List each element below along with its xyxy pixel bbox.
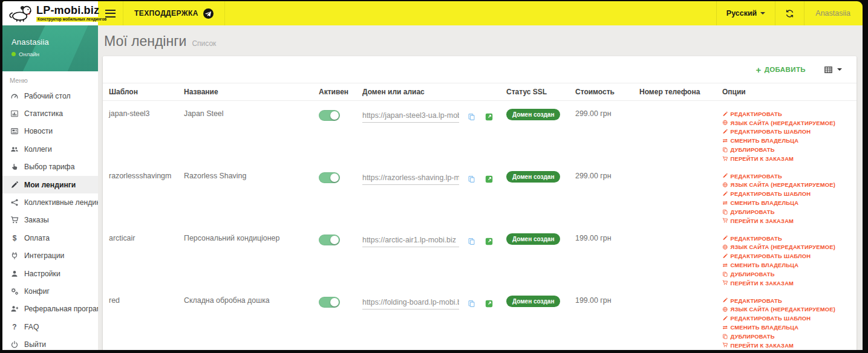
logo[interactable]: LP-mobi.biz Конструктор мобильных лендин… — [2, 1, 98, 25]
option-site-language[interactable]: ЯЗЫК САЙТА (НЕРЕДАКТИРУЕМОЕ) — [722, 243, 854, 252]
sidebar-item-collective-landings[interactable]: Коллективные лендинги — [2, 193, 98, 211]
external-link-icon[interactable] — [485, 300, 493, 308]
language-icon — [722, 244, 728, 250]
refresh-button[interactable] — [775, 1, 804, 25]
domain-input[interactable] — [362, 236, 459, 247]
option-edit[interactable]: РЕДАКТИРОВАТЬ — [722, 109, 854, 118]
option-edit[interactable]: РЕДАКТИРОВАТЬ — [722, 234, 854, 243]
external-link-icon[interactable] — [485, 175, 493, 183]
faq-icon: ? — [10, 323, 19, 331]
col-header-name: Название — [181, 83, 316, 101]
option-edit-template[interactable]: РЕДАКТИРОВАТЬ ШАБЛОН — [722, 251, 854, 261]
copy-icon[interactable] — [468, 300, 475, 308]
sidebar-item-statistics[interactable]: Статистика — [2, 105, 98, 122]
sidebar-item-payment[interactable]: $ Оплата — [2, 229, 98, 247]
option-edit-template[interactable]: РЕДАКТИРОВАТЬ ШАБЛОН — [722, 314, 854, 323]
copy-icon[interactable] — [468, 175, 475, 183]
sidebar-item-news[interactable]: Новости — [2, 123, 98, 140]
cell-price: 299.00 грн — [573, 163, 637, 225]
duplicate-icon — [722, 209, 728, 215]
table-header-row: Шаблон Название Активен Домен или алиас … — [103, 83, 857, 101]
active-toggle[interactable] — [319, 172, 340, 183]
my-landings-icon — [10, 181, 19, 189]
sidebar-item-integrations[interactable]: Интеграции — [2, 247, 98, 265]
sidebar-item-faq[interactable]: ? FAQ — [2, 318, 98, 335]
active-toggle[interactable] — [319, 235, 340, 245]
payment-icon: $ — [10, 234, 19, 242]
domain-input[interactable] — [362, 111, 459, 123]
option-change-owner[interactable]: СМЕНИТЬ ВЛАДЕЛЬЦА — [722, 261, 854, 270]
option-site-language[interactable]: ЯЗЫК САЙТА (НЕРЕДАКТИРУЕМОЕ) — [722, 181, 854, 190]
sidebar-item-tariff[interactable]: Выбор тарифа — [2, 158, 98, 176]
option-go-to-orders[interactable]: ПЕРЕЙТИ К ЗАКАЗАМ — [722, 279, 854, 288]
cell-phone — [637, 101, 720, 163]
domain-input[interactable] — [362, 173, 459, 185]
sidebar-item-dashboard[interactable]: Рабочий стол — [2, 87, 98, 105]
telegram-icon — [203, 8, 214, 19]
option-edit[interactable]: РЕДАКТИРОВАТЬ — [722, 172, 854, 181]
topbar: LP-mobi.biz Конструктор мобильных лендин… — [2, 1, 863, 25]
sidebar-item-logout[interactable]: Выйти — [2, 335, 98, 350]
view-mode-dropdown[interactable] — [824, 65, 842, 74]
main-content: Мої лендінги Список + ДОБАВИТЬ — [98, 25, 863, 350]
option-change-owner[interactable]: СМЕНИТЬ ВЛАДЕЛЬЦА — [722, 136, 854, 145]
sidebar-item-my-landings[interactable]: Мои лендинги — [2, 176, 98, 193]
option-change-owner[interactable]: СМЕНИТЬ ВЛАДЕЛЬЦА — [722, 323, 854, 332]
option-edit-template[interactable]: РЕДАКТИРОВАТЬ ШАБЛОН — [722, 189, 854, 198]
sidebar: Anastasiia Онлайн Меню Рабочий стол Стат… — [2, 25, 98, 350]
edit-icon — [722, 129, 728, 135]
cell-template: japan-steel3 — [103, 101, 181, 163]
table-row: red Складна обробна дошка Домен создан 1… — [103, 288, 857, 350]
language-dropdown[interactable]: Русский — [716, 1, 775, 25]
edit-icon — [722, 173, 728, 179]
cell-name: Персональний кондиціонер — [181, 225, 316, 288]
language-icon — [722, 182, 728, 188]
exchange-icon — [722, 200, 728, 206]
cell-name: Складна обробна дошка — [181, 288, 316, 350]
copy-icon[interactable] — [468, 238, 475, 245]
external-link-icon[interactable] — [485, 113, 493, 121]
logo-subtitle: Конструктор мобильных лендингов — [36, 17, 108, 22]
option-go-to-orders[interactable]: ПЕРЕЙТИ К ЗАКАЗАМ — [722, 154, 854, 163]
option-go-to-orders[interactable]: ПЕРЕЙТИ К ЗАКАЗАМ — [722, 341, 854, 350]
sidebar-item-config[interactable]: Конфиг — [2, 282, 98, 300]
cell-phone — [637, 288, 720, 350]
sidebar-item-colleagues[interactable]: Коллеги — [2, 140, 98, 158]
active-toggle[interactable] — [319, 297, 340, 308]
option-duplicate[interactable]: ДУБЛИРОВАТЬ — [722, 332, 854, 341]
sidebar-item-referral[interactable]: Реферальная программа — [2, 300, 98, 318]
sidebar-toggle-button[interactable] — [98, 1, 123, 25]
chevron-down-icon — [760, 12, 765, 15]
domain-input[interactable] — [362, 298, 459, 309]
edit-icon — [722, 297, 728, 303]
option-duplicate[interactable]: ДУБЛИРОВАТЬ — [722, 145, 854, 154]
option-go-to-orders[interactable]: ПЕРЕЙТИ К ЗАКАЗАМ — [722, 216, 854, 225]
add-landing-button[interactable]: + ДОБАВИТЬ — [755, 65, 806, 74]
dog-logo-icon — [7, 4, 34, 23]
app-window: LP-mobi.biz Конструктор мобильных лендин… — [0, 0, 868, 353]
option-edit[interactable]: РЕДАКТИРОВАТЬ — [722, 296, 854, 305]
option-edit-template[interactable]: РЕДАКТИРОВАТЬ ШАБЛОН — [722, 128, 854, 137]
online-status-dot — [11, 52, 16, 56]
cell-name: Razorless Shaving — [181, 163, 316, 225]
ssl-status-badge: Домен создан — [506, 109, 560, 120]
copy-icon[interactable] — [468, 113, 475, 121]
active-toggle[interactable] — [319, 110, 340, 121]
landings-table: Шаблон Название Активен Домен или алиас … — [103, 83, 857, 350]
sidebar-item-settings[interactable]: Настройки — [2, 265, 98, 282]
option-duplicate[interactable]: ДУБЛИРОВАТЬ — [722, 207, 854, 216]
dashboard-icon — [10, 92, 19, 100]
exchange-icon — [722, 325, 728, 331]
option-duplicate[interactable]: ДУБЛИРОВАТЬ — [722, 270, 854, 279]
chevron-down-icon — [837, 68, 842, 71]
support-button[interactable]: ТЕХПОДДЕРЖКА — [123, 1, 225, 25]
option-site-language[interactable]: ЯЗЫК САЙТА (НЕРЕДАКТИРУЕМОЕ) — [722, 305, 854, 314]
edit-icon — [722, 316, 728, 322]
referral-icon — [10, 305, 19, 313]
topbar-username[interactable]: Anastasiia — [804, 1, 863, 25]
option-change-owner[interactable]: СМЕНИТЬ ВЛАДЕЛЬЦА — [722, 198, 854, 207]
external-link-icon[interactable] — [485, 238, 493, 245]
online-status-label: Онлайн — [19, 51, 39, 57]
sidebar-item-orders[interactable]: Заказы — [2, 212, 98, 229]
option-site-language[interactable]: ЯЗЫК САЙТА (НЕРЕДАКТИРУЕМОЕ) — [722, 118, 854, 128]
